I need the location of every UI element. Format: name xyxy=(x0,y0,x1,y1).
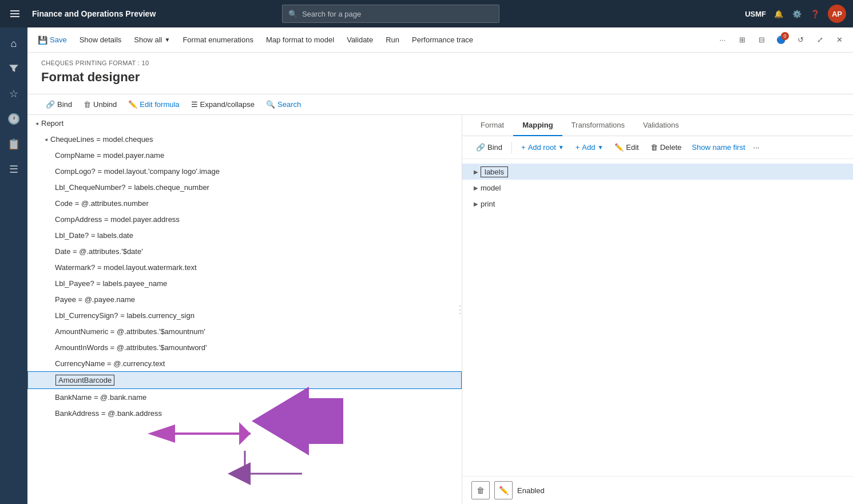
run-button[interactable]: Run xyxy=(380,31,405,49)
delete-button[interactable]: 🗑 Delete xyxy=(646,141,687,154)
settings-icon[interactable]: ⚙️ xyxy=(791,8,803,19)
avatar[interactable]: AP xyxy=(828,5,846,23)
tree-item-bankname[interactable]: BankName = @.bank.name xyxy=(27,389,462,405)
tree-item-bankaddress[interactable]: BankAddress = @.bank.address xyxy=(27,405,462,421)
sidebar-item-recent[interactable]: 🕐 xyxy=(2,108,25,130)
sidebar-item-favorites[interactable]: ☆ xyxy=(2,82,25,105)
chevron-down-icon: ▼ xyxy=(597,144,603,150)
tab-transformations[interactable]: Transformations xyxy=(562,115,634,136)
tree-item-watermark[interactable]: Watermark? = model.layout.watermark.text xyxy=(27,259,462,275)
tree-item-amountnumeric[interactable]: AmountNumeric = @.attributes.'$amountnum… xyxy=(27,323,462,339)
notification-icon[interactable]: 🔔 xyxy=(773,8,784,19)
rtree-item-print[interactable]: ▶ print xyxy=(462,196,853,212)
bind-button[interactable]: 🔗 Bind xyxy=(41,98,77,111)
toggle-report[interactable]: ◂ xyxy=(32,118,41,128)
mapping-pane: Format Mapping Transformations Validatio… xyxy=(462,115,853,504)
tree-item-report[interactable]: ◂ Report xyxy=(27,115,462,131)
format-enumerations-button[interactable]: Format enumerations xyxy=(177,31,259,49)
rtree-item-labels[interactable]: ▶ labels xyxy=(462,164,853,180)
delete-mapping-button[interactable]: 🗑 xyxy=(471,481,490,499)
sidebar-item-filter[interactable] xyxy=(2,57,25,80)
more-options-btn[interactable]: ··· xyxy=(753,143,760,152)
sidebar-item-home[interactable]: ⌂ xyxy=(2,32,25,55)
sidebar-item-list[interactable]: ☰ xyxy=(2,158,25,181)
toggle-chequelines[interactable]: ◂ xyxy=(41,134,50,144)
tree-item-compaddress[interactable]: CompAddress = model.payer.address xyxy=(27,211,462,227)
badge-icon[interactable]: 🔵0 xyxy=(772,31,790,49)
tree-item-code[interactable]: Code = @.attributes.number xyxy=(27,195,462,211)
tree-item-currencyname[interactable]: CurrencyName = @.currency.text xyxy=(27,355,462,371)
left-sidebar: ⌂ ☆ 🕐 📋 ☰ xyxy=(0,27,27,504)
formula-icon: ✏️ xyxy=(128,100,137,109)
tree-item-amountwords[interactable]: AmountInWords = @.attributes.'$amountwor… xyxy=(27,339,462,355)
more-options-icon[interactable]: ··· xyxy=(713,31,732,49)
tab-validations[interactable]: Validations xyxy=(634,115,688,136)
grid-view-icon[interactable]: ⊞ xyxy=(733,31,751,49)
expand-icon[interactable]: ⤢ xyxy=(811,31,829,49)
app-title: Finance and Operations Preview xyxy=(32,9,156,18)
svg-rect-2 xyxy=(10,16,19,17)
edit-icon: ✏️ xyxy=(614,143,624,152)
format-tree-pane: ◂ Report ◂ ChequeLines = model.cheques C… xyxy=(27,115,462,504)
edit-formula-button[interactable]: ✏️ Edit formula xyxy=(124,98,184,111)
rtree-toggle-print[interactable]: ▶ xyxy=(471,199,481,208)
close-icon[interactable]: ✕ xyxy=(830,31,848,49)
pane-divider[interactable]: ⋮ xyxy=(458,115,462,504)
tab-mapping[interactable]: Mapping xyxy=(513,115,562,136)
add-root-button[interactable]: + Add root ▼ xyxy=(517,141,569,154)
rtree-toggle-labels[interactable]: ▶ xyxy=(471,167,481,176)
performance-trace-button[interactable]: Performance trace xyxy=(406,31,479,49)
rtree-item-model[interactable]: ▶ model xyxy=(462,180,853,196)
tree-item-lbl-date[interactable]: Lbl_Date? = labels.date xyxy=(27,227,462,243)
sidebar-item-workspaces[interactable]: 📋 xyxy=(2,133,25,156)
search-icon: 🔍 xyxy=(288,10,297,18)
tree-item-lbl-payee[interactable]: Lbl_Payee? = labels.payee_name xyxy=(27,275,462,291)
plus-icon: + xyxy=(521,143,526,152)
tree-item-amountbarcode[interactable]: AmountBarcode xyxy=(27,371,462,389)
page-header: CHEQUES PRINTING FORMAT : 10 Format desi… xyxy=(27,53,853,94)
hamburger-menu[interactable] xyxy=(7,6,23,22)
columns-icon[interactable]: ⊟ xyxy=(752,31,771,49)
search-button[interactable]: 🔍 Search xyxy=(261,98,306,111)
show-all-button[interactable]: Show all ▼ xyxy=(128,31,176,49)
status-badge: Enabled xyxy=(517,486,545,495)
add-button[interactable]: + Add ▼ xyxy=(571,141,608,154)
chevron-down-icon: ▼ xyxy=(558,144,564,150)
show-name-first-link[interactable]: Show name first xyxy=(688,141,748,154)
tree-item-chequelines[interactable]: ◂ ChequeLines = model.cheques xyxy=(27,131,462,147)
rtree-toggle-model[interactable]: ▶ xyxy=(471,183,481,192)
map-format-button[interactable]: Map format to model xyxy=(260,31,340,49)
main-content: CHEQUES PRINTING FORMAT : 10 Format desi… xyxy=(27,53,853,504)
edit-mapping-button[interactable]: ✏️ xyxy=(494,481,513,499)
tree-item-date[interactable]: Date = @.attributes.'$date' xyxy=(27,243,462,259)
tree-item-payee[interactable]: Payee = @.payee.name xyxy=(27,291,462,307)
top-navbar: Finance and Operations Preview 🔍 Search … xyxy=(0,0,853,27)
mapping-bind-button[interactable]: 🔗 Bind xyxy=(471,141,507,154)
tree-item-lbl-currency[interactable]: Lbl_CurrencySign? = labels.currency_sign xyxy=(27,307,462,323)
svg-rect-0 xyxy=(10,10,19,11)
help-icon[interactable]: ❓ xyxy=(810,8,821,19)
tab-format[interactable]: Format xyxy=(471,115,513,136)
edit-button[interactable]: ✏️ Edit xyxy=(610,141,643,154)
show-details-button[interactable]: Show details xyxy=(74,31,128,49)
mapping-tree: ▶ labels ▶ model ▶ print xyxy=(462,159,853,476)
link-icon: 🔗 xyxy=(476,143,485,152)
unlink-icon: 🗑 xyxy=(84,100,91,109)
trash-icon: 🗑 xyxy=(650,143,658,152)
format-toolbar: 🔗 Bind 🗑 Unbind ✏️ Edit formula ☰ Expand… xyxy=(27,94,853,115)
expand-icon: ☰ xyxy=(191,100,198,109)
expand-collapse-button[interactable]: ☰ Expand/collapse xyxy=(187,98,259,111)
global-search[interactable]: 🔍 Search for a page xyxy=(282,5,499,23)
tree-item-compname[interactable]: CompName = model.payer.name xyxy=(27,147,462,163)
command-bar-right: ··· ⊞ ⊟ 🔵0 ↺ ⤢ ✕ xyxy=(713,31,848,49)
split-pane: ◂ Report ◂ ChequeLines = model.cheques C… xyxy=(27,115,853,504)
tree-item-complogo[interactable]: CompLogo? = model.layout.'company logo'.… xyxy=(27,163,462,179)
save-icon: 💾 xyxy=(38,35,47,45)
svg-rect-1 xyxy=(10,13,19,14)
unbind-button[interactable]: 🗑 Unbind xyxy=(79,98,121,111)
refresh-icon[interactable]: ↺ xyxy=(791,31,810,49)
tree-item-lbl-chequenum[interactable]: Lbl_ChequeNumber? = labels.cheque_number xyxy=(27,179,462,195)
mapping-toolbar: 🔗 Bind + Add root ▼ + Add ▼ ✏️ Edit xyxy=(462,136,853,159)
validate-button[interactable]: Validate xyxy=(341,31,379,49)
save-button[interactable]: 💾 Save xyxy=(32,31,73,49)
